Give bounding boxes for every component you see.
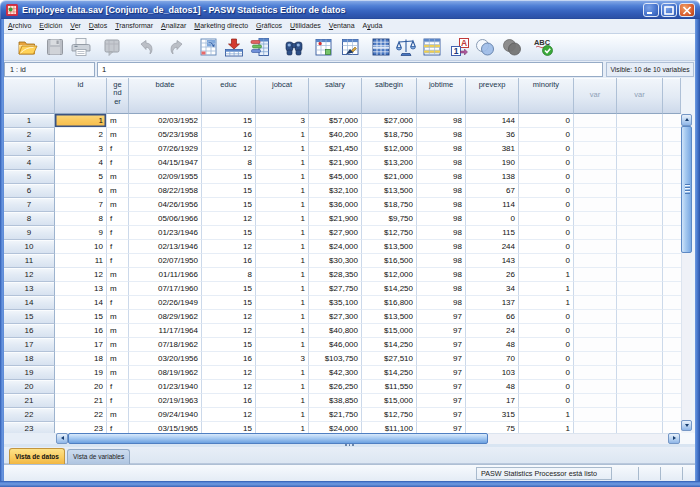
cell-9-salary[interactable]: $27,900	[309, 226, 362, 240]
cell-17-salbegin[interactable]: $14,250	[362, 338, 417, 352]
scroll-down-button[interactable]	[681, 420, 692, 432]
cell-17-id[interactable]: 17	[55, 338, 107, 352]
cell-18-salary[interactable]: $103,750	[309, 352, 362, 366]
cell-2-bdate[interactable]: 05/23/1958	[129, 128, 202, 142]
cell-13-var1[interactable]	[574, 282, 617, 296]
open-file-button[interactable]	[14, 36, 39, 59]
cell-14-var1[interactable]	[574, 296, 617, 310]
cell-1-id[interactable]: 1	[55, 114, 107, 128]
cell-5-minority[interactable]: 0	[519, 170, 574, 184]
cell-20-salary[interactable]: $26,250	[309, 380, 362, 394]
column-header-jobtime[interactable]: jobtime	[417, 78, 466, 114]
cell-15-educ[interactable]: 12	[202, 310, 256, 324]
column-header-salary[interactable]: salary	[309, 78, 362, 114]
cell-4-prevexp[interactable]: 190	[466, 156, 519, 170]
cell-12-minority[interactable]: 1	[519, 268, 574, 282]
cell-23-jobcat[interactable]: 1	[256, 422, 309, 433]
cell-16-var1[interactable]	[574, 324, 617, 338]
cell-14-gender[interactable]: f	[107, 296, 129, 310]
cell-22-educ[interactable]: 12	[202, 408, 256, 422]
cell-12-salbegin[interactable]: $12,000	[362, 268, 417, 282]
cell-7-jobcat[interactable]: 1	[256, 198, 309, 212]
cell-15-jobcat[interactable]: 1	[256, 310, 309, 324]
menu-ver[interactable]: Ver	[66, 20, 85, 31]
cell-20-salbegin[interactable]: $11,550	[362, 380, 417, 394]
cell-12-jobcat[interactable]: 1	[256, 268, 309, 282]
cell-14-jobtime[interactable]: 98	[417, 296, 466, 310]
cell-22-jobtime[interactable]: 97	[417, 408, 466, 422]
cell-21-minority[interactable]: 0	[519, 394, 574, 408]
cell-13-bdate[interactable]: 07/17/1960	[129, 282, 202, 296]
cell-19-var2[interactable]	[617, 366, 663, 380]
cell-6-var1[interactable]	[574, 184, 617, 198]
cell-10-gender[interactable]: f	[107, 240, 129, 254]
cell-3-var2[interactable]	[617, 142, 663, 156]
cell-22-salbegin[interactable]: $12,750	[362, 408, 417, 422]
cell-13-minority[interactable]: 1	[519, 282, 574, 296]
cell-20-minority[interactable]: 0	[519, 380, 574, 394]
column-header-sliver[interactable]	[663, 78, 681, 114]
row-header-6[interactable]: 6	[4, 184, 55, 198]
cell-21-sliver[interactable]	[663, 394, 681, 408]
cell-2-educ[interactable]: 16	[202, 128, 256, 142]
cell-2-var1[interactable]	[574, 128, 617, 142]
close-button[interactable]	[679, 3, 695, 17]
cell-23-sliver[interactable]	[663, 422, 681, 433]
print-button[interactable]	[68, 36, 93, 59]
cell-4-var2[interactable]	[617, 156, 663, 170]
cell-10-salbegin[interactable]: $13,500	[362, 240, 417, 254]
cell-7-gender[interactable]: m	[107, 198, 129, 212]
cell-4-var1[interactable]	[574, 156, 617, 170]
menu-analizar[interactable]: Analizar	[157, 20, 190, 31]
cell-12-educ[interactable]: 8	[202, 268, 256, 282]
cell-8-salary[interactable]: $21,900	[309, 212, 362, 226]
cell-21-jobcat[interactable]: 1	[256, 394, 309, 408]
menu-ventana[interactable]: Ventana	[325, 20, 359, 31]
cell-4-minority[interactable]: 0	[519, 156, 574, 170]
cell-21-prevexp[interactable]: 17	[466, 394, 519, 408]
row-header-1[interactable]: 1	[4, 114, 55, 128]
column-header-gender[interactable]: gender	[107, 78, 129, 114]
cell-16-salbegin[interactable]: $15,000	[362, 324, 417, 338]
cell-8-bdate[interactable]: 05/06/1966	[129, 212, 202, 226]
undo-button[interactable]	[133, 36, 158, 59]
cell-9-id[interactable]: 9	[55, 226, 107, 240]
column-header-var1[interactable]: var	[574, 78, 617, 114]
cell-8-minority[interactable]: 0	[519, 212, 574, 226]
cell-21-var1[interactable]	[574, 394, 617, 408]
cell-18-jobtime[interactable]: 97	[417, 352, 466, 366]
cell-10-prevexp[interactable]: 244	[466, 240, 519, 254]
cell-5-gender[interactable]: m	[107, 170, 129, 184]
row-header-20[interactable]: 20	[4, 380, 55, 394]
cell-7-bdate[interactable]: 04/26/1956	[129, 198, 202, 212]
cell-19-var1[interactable]	[574, 366, 617, 380]
cell-9-prevexp[interactable]: 115	[466, 226, 519, 240]
cell-12-salary[interactable]: $28,350	[309, 268, 362, 282]
cell-23-salbegin[interactable]: $11,100	[362, 422, 417, 433]
menu-transformar[interactable]: Transformar	[111, 20, 157, 31]
cell-17-gender[interactable]: m	[107, 338, 129, 352]
cell-6-gender[interactable]: m	[107, 184, 129, 198]
cell-21-jobtime[interactable]: 97	[417, 394, 466, 408]
cell-8-educ[interactable]: 12	[202, 212, 256, 226]
cell-6-jobcat[interactable]: 1	[256, 184, 309, 198]
row-header-2[interactable]: 2	[4, 128, 55, 142]
cell-16-minority[interactable]: 0	[519, 324, 574, 338]
cell-10-jobtime[interactable]: 98	[417, 240, 466, 254]
cell-9-salbegin[interactable]: $12,750	[362, 226, 417, 240]
cell-21-educ[interactable]: 16	[202, 394, 256, 408]
cell-2-var2[interactable]	[617, 128, 663, 142]
cell-7-jobtime[interactable]: 98	[417, 198, 466, 212]
cell-7-salary[interactable]: $36,000	[309, 198, 362, 212]
row-header-12[interactable]: 12	[4, 268, 55, 282]
cell-17-salary[interactable]: $46,000	[309, 338, 362, 352]
cell-14-prevexp[interactable]: 137	[466, 296, 519, 310]
goto-case-button[interactable]	[196, 36, 221, 59]
cell-20-jobtime[interactable]: 97	[417, 380, 466, 394]
cell-11-salbegin[interactable]: $16,500	[362, 254, 417, 268]
cell-2-jobtime[interactable]: 98	[417, 128, 466, 142]
value-labels-button[interactable]: A1	[447, 36, 472, 59]
row-header-16[interactable]: 16	[4, 324, 55, 338]
cell-11-educ[interactable]: 16	[202, 254, 256, 268]
cell-1-salary[interactable]: $57,000	[309, 114, 362, 128]
